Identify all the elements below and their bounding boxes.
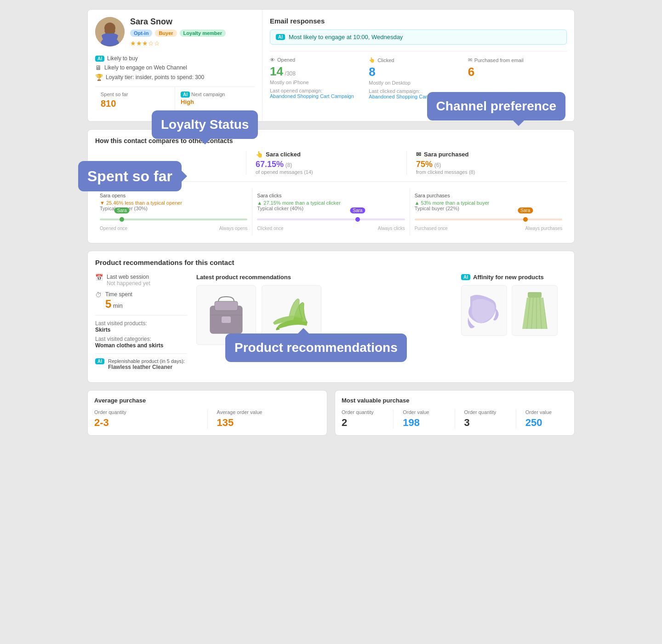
clicks-bg [257,218,405,220]
badge-loyalty: Loyalty member [180,29,226,37]
opened-campaign-label: Last opened campaign: [270,88,361,93]
sara-purchased-count: (6) [434,162,441,168]
mvp-value-stat: Order value 198 [403,409,445,429]
avg-divider [207,409,208,429]
next-campaign-stat: AI Next campaign High [175,87,255,114]
spent-value: 810 [101,98,169,109]
replenishable-label: Replenishable product (in 5 days): [108,358,185,364]
tooltip-product-recommendations: Product recommendations [225,334,407,362]
time-spent-info: Time spent 5 min [105,291,132,310]
star-rating: ★★★☆☆ [130,40,226,47]
mvp-order-value: 198 [403,417,445,429]
mvp-qty-label: Order quantity [342,409,384,415]
replenishable-info: Replenishable product (in 5 days): Flawl… [108,358,185,370]
opened-campaign-link[interactable]: Abandoned Shopping Cart Campaign [270,93,361,99]
bag-svg [201,290,251,340]
opened-stat: 👁 Opened 14 /308 Mostly on iPhone Last o… [270,57,369,99]
last-visited-categories-label: Last visited categories: [95,336,187,342]
clicks-title: Sara clicks [257,193,405,198]
mvp-qty-stat: Order quantity 2 [342,409,384,429]
time-spent-value: 5 [105,298,111,310]
avg-purchase-stats: Order quantity 2-3 Average order value 1… [94,409,320,429]
clicks-track: Sara [257,215,405,224]
opens-title: Sara opens [100,193,247,198]
opened-label: Opened [277,57,295,63]
clicks-sara-label: Sara [350,207,365,213]
opens-diff: ▼ 25.46% less than a typical opener [100,200,247,206]
time-spent-row: ⏱ Time spent 5 min [95,291,187,310]
avg-value-stat: Average order value 135 [217,409,321,429]
svg-rect-4 [215,301,238,310]
profile-panel: Sara Snow Opt-in Buyer Loyalty member ★★… [88,10,263,121]
avg-order-value: 135 [217,417,321,429]
mvp-divider2 [455,409,455,429]
purchases-title: Sara purchases [415,193,562,198]
clicked-label: Clicked [377,58,394,63]
web-session-row: 📅 Last web session Not happened yet [95,274,187,287]
affinity-skirt-image [512,285,558,336]
sara-clicked-desc: of opened messages (14) [256,169,406,175]
mvp-value-label: Order value [403,409,445,415]
avg-qty-stat: Order quantity 2-3 [94,409,198,429]
replenishable-row: AI Replenishable product (in 5 days): Fl… [95,358,187,370]
clicks-range-right: Always clicks [378,226,405,231]
affinity-title: AI Affinity for new products [461,274,567,281]
ai-affinity-icon: AI [461,274,470,280]
latest-rec-title: Latest product recommendations [196,274,452,281]
page-wrapper: Spent so far Loyalty Status Channel pref… [87,9,575,436]
opens-bar-chart: Sara opens ▼ 25.46% less than a typical … [95,188,252,236]
sara-clicked-stat: 👆 Sara clicked 67.15% (8) of opened mess… [246,151,406,175]
most-valuable-card: Most valuable purchase Order quantity 2 … [335,390,575,436]
web-session-label: Last web session [107,274,150,280]
web-session-value: Not happened yet [107,280,150,287]
sara-purchased-pct-row: 75% (6) [416,160,567,169]
clicks-range: Clicked once Always clicks [257,226,405,231]
mvp-qty2-stat: Order quantity 3 [464,409,507,429]
clicks-marker [355,217,360,222]
tooltip-spent-so-far: Spent so far [78,161,182,191]
time-spent-value-row: 5 min [105,298,132,310]
opens-range: Opened once Always opens [100,226,247,231]
purchased-icon-comp: ✉ [416,151,421,158]
trophy-icon: 🏆 [95,74,103,81]
ai-icon: AI [95,56,104,62]
sara-clicked-count: (8) [285,162,292,168]
avg-qty-value: 2-3 [94,417,198,429]
sara-purchased-stat: ✉ Sara purchased 75% (6) from clicked me… [406,151,567,175]
ai-next-icon: AI [181,92,190,98]
clicks-typical: Typical clicker (40%) [257,206,405,211]
purchases-bg [415,218,562,220]
web-channel-row: 🖥 Likely to engage on Web Channel [95,64,255,71]
badge-buyer: Buyer [155,29,177,37]
badge-opt-in: Opt-in [130,29,152,37]
likely-to-buy-text: Likely to buy [107,55,138,62]
opens-marker [120,217,124,222]
opens-sara-label: Sara [114,207,130,213]
web-icon: 🖥 [95,64,102,71]
time-spent-unit: min [113,302,123,309]
profile-info: Sara Snow Opt-in Buyer Loyalty member ★★… [130,17,226,51]
clicked-header: 👆 Clicked [369,57,460,63]
affinity-images [461,285,567,336]
purchases-range-right: Always purchases [525,226,562,231]
ai-email-icon: AI [276,34,285,40]
spent-so-far-stat: Spent so far 810 [95,87,175,114]
likely-to-buy-row: AI Likely to buy [95,55,255,62]
affinity-scarf-image [461,285,507,336]
tooltip-loyalty-status: Loyalty Status [152,110,258,139]
purchases-range: Purchased once Always purchases [415,226,562,231]
profile-header: Sara Snow Opt-in Buyer Loyalty member ★★… [95,17,255,51]
affinity-title-text: Affinity for new products [473,274,544,281]
shoes-svg [266,290,317,340]
clicked-device: Mostly on Desktop [369,80,460,86]
last-visited-info: Last visited products: Skirts Last visit… [95,320,187,349]
mvp-divider1 [393,409,394,429]
mvp-value2-stat: Order value 250 [525,409,568,429]
loyalty-tier-row: 🏆 Loyalty tier: insider, points to spend… [95,74,255,81]
spent-label: Spent so far [101,92,169,97]
sara-purchased-desc: from clicked messages (8) [416,169,567,175]
opened-header: 👁 Opened [270,57,361,63]
opened-count: 14 [270,64,283,78]
purchased-count: 6 [468,65,559,79]
clicked-icon-comp: 👆 [256,151,263,158]
